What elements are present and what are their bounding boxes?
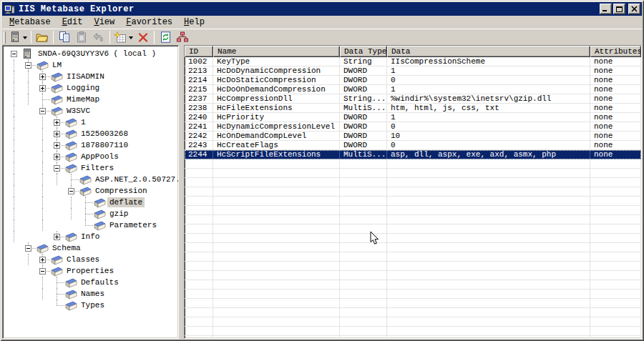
expand-plus-icon[interactable] xyxy=(54,119,60,126)
tree-item-label[interactable]: Info xyxy=(79,232,102,242)
tree-item-label[interactable]: Parameters xyxy=(107,220,159,230)
property-row-2237[interactable]: 2237HcCompressionDllString...%windir%\sy… xyxy=(185,94,641,104)
tree-expander[interactable] xyxy=(50,231,64,242)
tree-item-1878807110[interactable]: 1878807110 xyxy=(3,139,178,151)
new-key-button[interactable] xyxy=(112,29,135,45)
expand-plus-icon[interactable] xyxy=(54,154,60,160)
tree-item-filters[interactable]: Filters xyxy=(3,162,178,174)
tree-item-label[interactable]: Names xyxy=(79,289,107,299)
collapse-minus-icon[interactable] xyxy=(25,245,31,252)
tree-expander[interactable] xyxy=(50,139,64,151)
tree-item-label[interactable]: 1 xyxy=(79,117,88,127)
menu-edit[interactable]: Edit xyxy=(57,16,89,28)
minimize-button[interactable] xyxy=(600,4,612,14)
connect-server-button[interactable] xyxy=(8,29,29,45)
tree-item-label[interactable]: Types xyxy=(79,300,107,310)
property-row-2213[interactable]: 2213HcDoDynamicCompressionDWORD1none xyxy=(185,66,641,76)
tree-expander[interactable] xyxy=(36,265,50,277)
menu-metabase[interactable]: Metabase xyxy=(4,16,57,28)
panel-splitter[interactable] xyxy=(179,45,184,339)
collapse-minus-icon[interactable] xyxy=(39,268,46,275)
tree-item-apppools[interactable]: AppPools xyxy=(3,151,178,162)
maximize-button[interactable] xyxy=(613,4,625,14)
column-header-name[interactable]: Name xyxy=(213,46,340,57)
tree-expander[interactable] xyxy=(50,117,64,128)
tree-expander[interactable] xyxy=(36,105,50,117)
expand-plus-icon[interactable] xyxy=(54,131,60,137)
tree-item-label[interactable]: deflate xyxy=(107,197,145,207)
tree-item-info[interactable]: Info xyxy=(3,231,178,242)
tree-expander[interactable] xyxy=(50,151,64,162)
tree-item-label[interactable]: Defaults xyxy=(79,277,121,287)
property-row-2215[interactable]: 2215HcDoOnDemandCompressionDWORD1none xyxy=(185,85,641,94)
collapse-minus-icon[interactable] xyxy=(68,188,74,194)
tree-item-compression[interactable]: Compression xyxy=(3,185,178,197)
property-row-2243[interactable]: 2243HcCreateFlagsDWORD0none xyxy=(185,141,641,150)
column-header-data[interactable]: Data xyxy=(387,46,590,57)
collapse-minus-icon[interactable] xyxy=(39,108,46,114)
tree-item-label[interactable]: SNDA-69Q3UYY3V6 ( local ) xyxy=(36,49,158,59)
property-row-2241[interactable]: 2241HcDynamicCompressionLevelDWORD0none xyxy=(185,122,641,132)
property-row-2240[interactable]: 2240HcPriorityDWORD1none xyxy=(185,113,641,122)
expand-plus-icon[interactable] xyxy=(54,142,60,149)
delete-button[interactable] xyxy=(135,29,152,45)
property-row-2214[interactable]: 2214HcDoStaticCompressionDWORD0none xyxy=(185,76,641,85)
collapse-minus-icon[interactable] xyxy=(25,62,31,69)
tree-item-logging[interactable]: Logging xyxy=(3,82,178,94)
tree-expander[interactable] xyxy=(36,82,50,94)
tree-item-snda-69q3uyy3v6-local[interactable]: SNDA-69Q3UYY3V6 ( local ) xyxy=(3,48,178,59)
tree-item-label[interactable]: AppPools xyxy=(79,152,121,162)
tree-expander[interactable] xyxy=(36,71,50,82)
tree-item-defaults[interactable]: Defaults xyxy=(3,277,178,288)
tree-expander[interactable] xyxy=(36,254,50,265)
column-header-attributes[interactable]: Attributes xyxy=(590,46,641,57)
menu-help[interactable]: Help xyxy=(178,16,210,28)
tree-item-names[interactable]: Names xyxy=(3,288,178,300)
tree-item-label[interactable]: Logging xyxy=(64,83,102,93)
tree-expander[interactable] xyxy=(7,48,21,59)
tree-item-label[interactable]: Properties xyxy=(64,266,116,276)
tree-item-gzip[interactable]: gzip xyxy=(3,208,178,219)
export-folder-button[interactable] xyxy=(34,29,51,45)
menu-favorites[interactable]: Favorites xyxy=(120,16,178,28)
tree-item-label[interactable]: LM xyxy=(50,60,64,70)
column-header-id[interactable]: ID xyxy=(185,46,213,57)
property-row-1002[interactable]: 1002KeyTypeStringIIsCompressionSchemenon… xyxy=(185,57,641,66)
tree-item-parameters[interactable]: Parameters xyxy=(3,219,178,231)
tree-item-deflate[interactable]: deflate xyxy=(3,197,178,208)
tree-item-classes[interactable]: Classes xyxy=(3,254,178,265)
menu-view[interactable]: View xyxy=(88,16,120,28)
expand-plus-icon[interactable] xyxy=(39,257,46,263)
expand-plus-icon[interactable] xyxy=(39,85,46,92)
tree-item-w3svc[interactable]: W3SVC xyxy=(3,105,178,117)
column-header-data-type[interactable]: Data Type xyxy=(340,46,387,57)
tree-item-label[interactable]: Compression xyxy=(93,186,150,196)
tree-item-label[interactable]: W3SVC xyxy=(64,106,92,116)
collapse-minus-icon[interactable] xyxy=(54,165,60,172)
tree-item-iisadmin[interactable]: IISADMIN xyxy=(3,71,178,82)
property-row-2238[interactable]: 2238HcFileExtensionsMultiS...htm, html, … xyxy=(185,104,641,113)
tree-expander[interactable] xyxy=(21,242,36,254)
close-button[interactable] xyxy=(628,4,640,14)
tree-item-types[interactable]: Types xyxy=(3,300,178,311)
dropdown-arrow-icon[interactable] xyxy=(129,36,133,41)
property-row-2244[interactable]: 2244HcScriptFileExtensionsMultiS...asp, … xyxy=(185,150,641,159)
tree-item-label[interactable]: ASP.NET_2.0.50727.0 xyxy=(93,174,179,184)
tree-item-properties[interactable]: Properties xyxy=(3,265,178,277)
tree-expander[interactable] xyxy=(50,162,64,174)
tree-item-1[interactable]: 1 xyxy=(3,117,178,128)
tree-item-1525003268[interactable]: 1525003268 xyxy=(3,128,178,139)
expand-plus-icon[interactable] xyxy=(39,74,46,80)
property-row-2242[interactable]: 2242HcOnDemandCompLevelDWORD10none xyxy=(185,132,641,141)
tree-item-label[interactable]: Filters xyxy=(79,163,116,173)
collapse-minus-icon[interactable] xyxy=(11,51,17,57)
copy-button[interactable] xyxy=(56,29,73,45)
tree-item-asp-net-2-0-50727-0[interactable]: ASP.NET_2.0.50727.0 xyxy=(3,174,178,185)
tree-item-label[interactable]: gzip xyxy=(107,209,130,219)
tree-item-mimemap[interactable]: MimeMap xyxy=(3,94,178,105)
tree-item-schema[interactable]: Schema xyxy=(3,242,178,254)
expand-plus-icon[interactable] xyxy=(54,234,60,240)
tree-item-lm[interactable]: LM xyxy=(3,59,178,71)
toolbar-grip-handle[interactable] xyxy=(4,31,6,44)
tree-item-label[interactable]: IISADMIN xyxy=(64,71,107,81)
